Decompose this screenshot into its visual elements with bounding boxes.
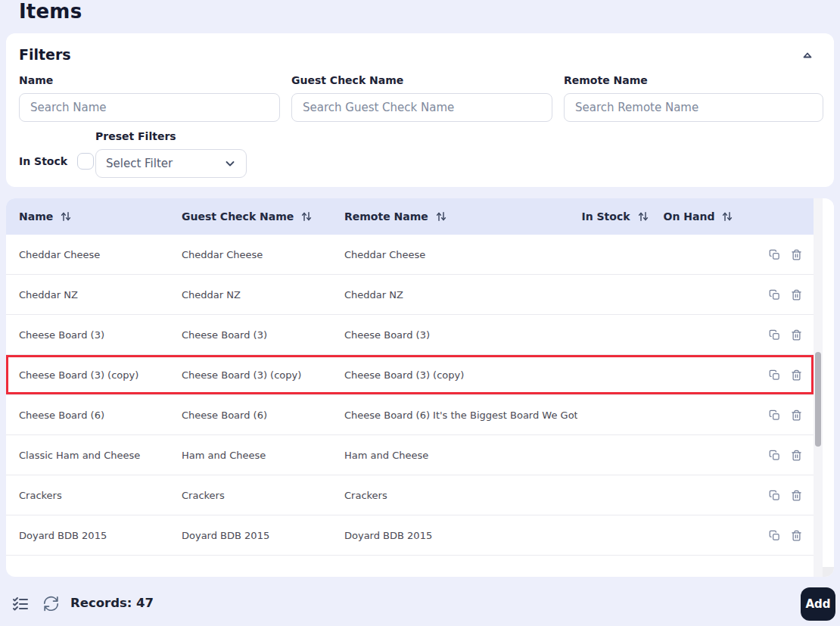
remote-name-filter-input[interactable] xyxy=(564,93,823,122)
duplicate-row-button[interactable] xyxy=(769,450,780,461)
copy-icon xyxy=(769,490,780,501)
copy-icon xyxy=(769,249,780,260)
row-actions xyxy=(744,249,814,260)
table-row[interactable]: Doyard BDB 2015 Doyard BDB 2015 Doyard B… xyxy=(6,515,814,556)
remote-name-filter-label: Remote Name xyxy=(564,74,823,86)
delete-row-button[interactable] xyxy=(791,490,802,501)
sort-arrows-icon[interactable] xyxy=(637,210,649,223)
chevron-down-icon xyxy=(224,157,236,170)
cell-guest-check-name: Doyard BDB 2015 xyxy=(182,530,344,541)
cell-guest-check-name: Cheese Board (6) xyxy=(182,410,344,421)
guest-check-filter-field: Guest Check Name xyxy=(291,74,552,122)
table-column-header[interactable]: Guest Check Name xyxy=(182,210,344,223)
cell-remote-name: Crackers xyxy=(344,490,577,501)
row-actions xyxy=(744,410,814,421)
duplicate-row-button[interactable] xyxy=(769,490,780,501)
refresh-icon xyxy=(43,596,59,612)
delete-row-button[interactable] xyxy=(791,369,802,381)
cell-remote-name: Cheese Board (6) It's the Biggest Board … xyxy=(344,410,577,421)
guest-check-filter-input[interactable] xyxy=(291,93,552,122)
table-row[interactable]: Cheddar Cheese Cheddar Cheese Cheddar Ch… xyxy=(6,235,814,275)
table-row[interactable]: Cheese Board (6) Cheese Board (6) Cheese… xyxy=(6,395,814,435)
trash-icon xyxy=(791,329,802,341)
cell-guest-check-name: Cheese Board (3) xyxy=(182,329,344,341)
sort-arrows-icon[interactable] xyxy=(435,210,447,223)
table-row[interactable]: Crackers Crackers Crackers xyxy=(6,475,814,515)
collapse-filters-button[interactable] xyxy=(799,47,816,64)
delete-row-button[interactable] xyxy=(791,530,802,541)
vertical-scrollbar-thumb[interactable] xyxy=(815,352,821,447)
row-actions xyxy=(744,490,814,501)
duplicate-row-button[interactable] xyxy=(769,410,780,421)
table-column-header[interactable]: On Hand xyxy=(653,210,744,223)
row-actions xyxy=(744,329,814,341)
column-settings-button[interactable] xyxy=(11,595,30,613)
row-actions xyxy=(744,289,814,301)
delete-row-button[interactable] xyxy=(791,289,802,301)
name-filter-label: Name xyxy=(19,74,280,86)
table-row[interactable]: Classic Ham and Cheese Ham and Cheese Ha… xyxy=(6,435,814,475)
copy-icon xyxy=(769,530,780,541)
cell-remote-name: Cheddar NZ xyxy=(344,289,577,301)
duplicate-row-button[interactable] xyxy=(769,249,780,260)
in-stock-label: In Stock xyxy=(19,155,67,167)
cell-remote-name: Doyard BDB 2015 xyxy=(344,530,577,541)
cell-name: Cheddar NZ xyxy=(19,289,182,301)
duplicate-row-button[interactable] xyxy=(769,329,780,341)
table-scroll-area: Name Guest Check Name Remote Name In Sto… xyxy=(6,198,814,577)
table-row[interactable]: Cheese Board (3) Cheese Board (3) Cheese… xyxy=(6,315,814,355)
table-row[interactable]: Cheddar NZ Cheddar NZ Cheddar NZ xyxy=(6,275,814,315)
trash-icon xyxy=(791,249,802,260)
preset-filters-select[interactable]: Select Filter xyxy=(95,149,247,178)
cell-guest-check-name: Ham and Cheese xyxy=(182,450,344,461)
table-header-row: Name Guest Check Name Remote Name In Sto… xyxy=(6,198,814,235)
sort-arrows-icon[interactable] xyxy=(721,210,733,223)
refresh-button[interactable] xyxy=(43,596,60,612)
table-row[interactable]: Cheese Board (3) (copy) Cheese Board (3)… xyxy=(6,355,814,395)
cell-name: Doyard BDB 2015 xyxy=(19,530,182,541)
table-column-header[interactable]: Name xyxy=(19,210,182,223)
sort-arrows-icon[interactable] xyxy=(300,210,313,223)
copy-icon xyxy=(769,329,780,341)
table-column-header[interactable]: In Stock xyxy=(577,210,653,223)
row-actions xyxy=(744,530,814,541)
delete-row-button[interactable] xyxy=(791,450,802,461)
name-filter-field: Name xyxy=(19,74,280,122)
sort-arrows-icon[interactable] xyxy=(60,210,72,223)
column-header-label: On Hand xyxy=(664,210,715,223)
cell-remote-name: Cheese Board (3) (copy) xyxy=(344,369,577,381)
guest-check-filter-label: Guest Check Name xyxy=(291,74,552,86)
remote-name-filter-field: Remote Name xyxy=(564,74,823,122)
cell-remote-name: Ham and Cheese xyxy=(344,450,577,461)
duplicate-row-button[interactable] xyxy=(769,369,780,381)
add-button[interactable]: Add xyxy=(801,587,835,621)
cell-guest-check-name: Cheddar NZ xyxy=(182,289,344,301)
items-table: Name Guest Check Name Remote Name In Sto… xyxy=(6,198,834,577)
delete-row-button[interactable] xyxy=(791,249,802,260)
duplicate-row-button[interactable] xyxy=(769,289,780,301)
copy-icon xyxy=(769,289,780,301)
cell-name: Cheese Board (3) xyxy=(19,329,182,341)
row-actions xyxy=(744,369,814,381)
cell-name: Cheese Board (6) xyxy=(19,410,182,421)
copy-icon xyxy=(769,410,780,421)
column-header-label: Name xyxy=(19,210,53,223)
delete-row-button[interactable] xyxy=(791,329,802,341)
row-actions xyxy=(744,450,814,461)
name-filter-input[interactable] xyxy=(19,93,280,122)
delete-row-button[interactable] xyxy=(791,410,802,421)
vertical-scrollbar-track[interactable] xyxy=(814,198,823,577)
cell-name: Cheese Board (3) (copy) xyxy=(19,369,182,381)
copy-icon xyxy=(769,450,780,461)
preset-filters-selected-value: Select Filter xyxy=(106,157,173,170)
trash-icon xyxy=(791,289,802,301)
duplicate-row-button[interactable] xyxy=(769,530,780,541)
preset-filters-field: Preset Filters Select Filter xyxy=(95,130,247,178)
cell-guest-check-name: Cheese Board (3) (copy) xyxy=(182,369,344,381)
in-stock-checkbox[interactable] xyxy=(77,153,94,170)
filters-panel: Filters Name Guest Check Name Remote Nam… xyxy=(6,33,834,187)
list-checks-icon xyxy=(11,595,30,613)
table-column-header[interactable]: Remote Name xyxy=(344,210,577,223)
filters-heading: Filters xyxy=(19,46,71,63)
cell-name: Classic Ham and Cheese xyxy=(19,450,182,461)
